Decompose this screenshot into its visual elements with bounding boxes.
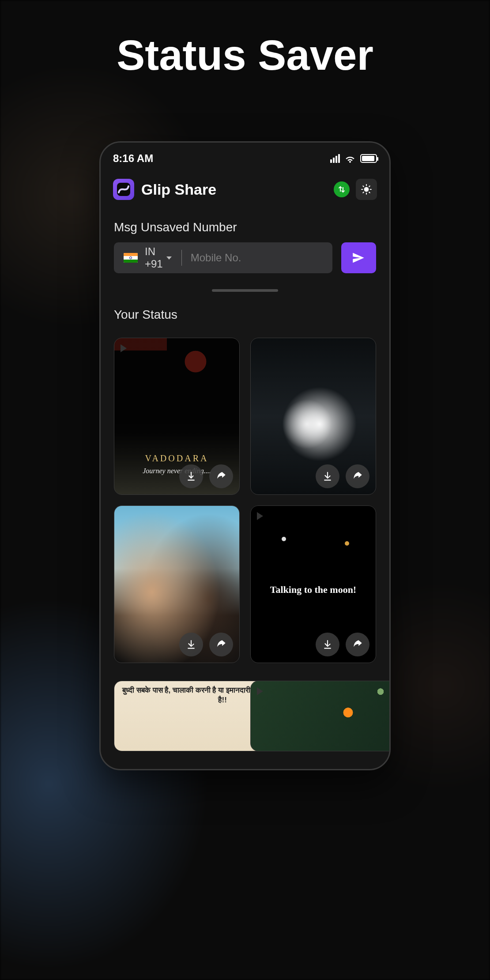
mobile-number-input[interactable] — [191, 252, 323, 264]
share-icon — [215, 639, 227, 650]
sync-button[interactable] — [334, 181, 350, 197]
svg-line-8 — [363, 192, 364, 193]
share-button[interactable] — [346, 464, 369, 488]
chevron-down-icon — [166, 256, 172, 260]
share-icon — [352, 639, 363, 650]
status-overlay-title: VADODARA — [114, 453, 239, 464]
play-icon — [257, 512, 263, 520]
header-actions — [334, 179, 377, 200]
app-logo-icon — [113, 179, 134, 200]
share-icon — [215, 471, 227, 482]
status-grid-partial: बुध्दी सबके पास है, चालाकी करनी है या इम… — [101, 681, 389, 769]
svg-point-1 — [364, 187, 369, 192]
country-flag-icon — [124, 253, 138, 263]
sun-icon — [361, 184, 372, 195]
status-overlay-text: Talking to the moon! — [251, 584, 376, 596]
page-title: Status Saver — [0, 31, 490, 79]
play-icon — [121, 344, 127, 352]
cellular-signal-icon — [330, 154, 340, 163]
sync-icon — [337, 185, 346, 194]
unsaved-number-label: Msg Unsaved Number — [101, 204, 389, 242]
share-button[interactable] — [209, 633, 233, 656]
download-icon — [185, 471, 197, 482]
status-icons — [330, 154, 377, 163]
svg-line-9 — [369, 186, 370, 187]
app-title: Glip Share — [141, 181, 216, 198]
download-button[interactable] — [179, 464, 203, 488]
share-button[interactable] — [346, 633, 369, 656]
status-grid: VADODARA Journey never ending.... Talk — [101, 330, 389, 681]
wifi-icon — [344, 154, 356, 163]
unsaved-number-row: IN +91 — [101, 242, 389, 273]
status-card[interactable]: Talking to the moon! — [250, 505, 376, 663]
play-icon — [257, 687, 263, 695]
download-icon — [322, 471, 333, 482]
send-icon — [351, 250, 366, 265]
theme-toggle-button[interactable] — [356, 179, 377, 200]
svg-line-7 — [369, 192, 370, 193]
phone-frame: 8:16 AM Glip Share Msg Unsaved Number — [99, 141, 391, 770]
download-button[interactable] — [316, 633, 339, 656]
download-icon — [185, 639, 197, 650]
status-card[interactable] — [250, 338, 376, 495]
share-icon — [352, 471, 363, 482]
status-card[interactable] — [250, 681, 391, 751]
status-card[interactable] — [114, 505, 240, 663]
svg-line-6 — [363, 186, 364, 187]
download-icon — [322, 639, 333, 650]
country-code-label: IN +91 — [145, 245, 163, 270]
status-card[interactable]: VADODARA Journey never ending.... — [114, 338, 240, 495]
moon-graphic — [345, 541, 349, 546]
send-button[interactable] — [341, 242, 376, 273]
input-divider — [181, 250, 182, 266]
share-button[interactable] — [209, 464, 233, 488]
country-code-selector[interactable]: IN +91 — [145, 245, 172, 270]
battery-icon — [360, 154, 377, 163]
your-status-label: Your Status — [101, 292, 389, 330]
download-button[interactable] — [179, 633, 203, 656]
app-header: Glip Share — [101, 167, 389, 204]
status-time: 8:16 AM — [113, 152, 153, 165]
device-status-bar: 8:16 AM — [101, 143, 389, 167]
phone-input-box: IN +91 — [114, 242, 332, 273]
moon-graphic — [282, 537, 286, 541]
app-title-wrap: Glip Share — [113, 179, 216, 200]
download-button[interactable] — [316, 464, 339, 488]
